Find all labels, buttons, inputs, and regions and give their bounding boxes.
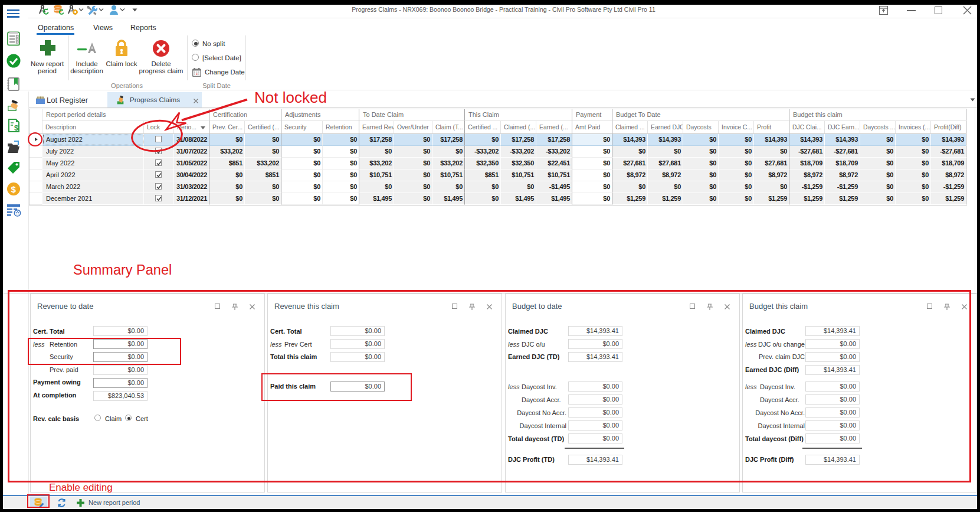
svg-text:$: $ bbox=[14, 123, 19, 132]
svg-text:$: $ bbox=[11, 184, 17, 194]
